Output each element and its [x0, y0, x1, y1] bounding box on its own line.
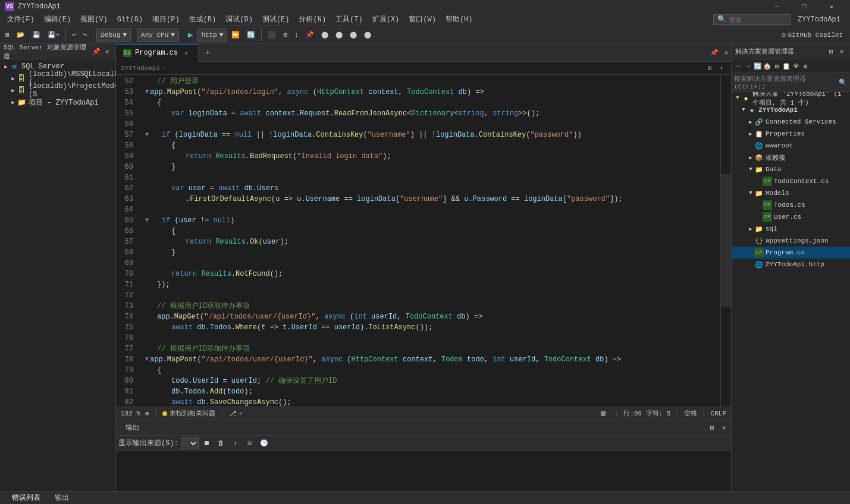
minimize-button[interactable]: —	[763, 0, 791, 13]
solution-toolbar: ← → 🔄 🏠 ⊞ 📋 👁 ⚙	[732, 59, 850, 73]
sep1	[65, 29, 66, 41]
menu-window[interactable]: 窗口(W)	[404, 13, 441, 26]
output-btn4[interactable]: ⊡	[244, 437, 256, 449]
code-content[interactable]: // 用户登录 ▼ app.MapPost("/api/todos/login"…	[143, 75, 720, 407]
right-panel-close[interactable]: ✕	[837, 47, 846, 56]
sol-item-solution[interactable]: ▼ ◆ 解决方案 'ZYYTodoApi' (1 个项目, 共 1 个)	[732, 92, 850, 104]
sol-arrow-data: ▼	[747, 166, 754, 173]
menu-extensions[interactable]: 扩展(X)	[368, 13, 404, 26]
sol-settings[interactable]: ⚙	[801, 61, 810, 71]
scrollbar-area[interactable]	[720, 75, 731, 407]
fold-65[interactable]: ▼	[145, 215, 149, 226]
github-copilot-button[interactable]: ◎ GitHub Copilot	[777, 31, 848, 39]
toolbar-refresh[interactable]: 🔄	[244, 27, 258, 43]
sol-all-files[interactable]: 📋	[782, 61, 791, 71]
menu-file[interactable]: 文件(F)	[2, 13, 39, 26]
output-btn5[interactable]: 🕐	[258, 437, 270, 449]
run-target-dropdown[interactable]: http ▼	[197, 29, 227, 42]
toolbar-breakpoints[interactable]: ⬛	[265, 27, 279, 43]
sol-home[interactable]: 🏠	[763, 61, 772, 71]
breadcrumb-project[interactable]: ZYYTodoApi	[121, 65, 160, 72]
breadcrumb-split-button[interactable]: ⊞	[705, 64, 714, 73]
sol-preview[interactable]: 👁	[791, 61, 801, 71]
toolbar-misc1[interactable]: ⊞	[280, 27, 290, 43]
search-icon: 🔍	[717, 15, 726, 24]
menu-edit[interactable]: 编辑(E)	[39, 13, 76, 26]
platform-dropdown[interactable]: Any CPU ▼	[137, 29, 179, 42]
sol-item-appsettings[interactable]: {} appsettings.json	[732, 235, 850, 247]
toolbar-misc2[interactable]: ↕	[291, 27, 302, 43]
maximize-button[interactable]: □	[791, 0, 818, 13]
run-button[interactable]: ▶	[185, 27, 196, 43]
menu-git[interactable]: Git(G)	[112, 13, 148, 26]
toolbar-misc4[interactable]: ⬤	[318, 27, 331, 43]
search-box[interactable]: 🔍	[713, 14, 791, 25]
panel-pin-button[interactable]: 📌	[92, 47, 101, 56]
menu-tools[interactable]: 工具(T)	[331, 13, 368, 26]
toolbar-new[interactable]: ⊞	[2, 27, 12, 43]
menu-test[interactable]: 测试(E)	[258, 13, 294, 26]
sol-item-dependencies[interactable]: ▶ 📦 依赖项	[732, 152, 850, 163]
search-input[interactable]	[729, 16, 786, 23]
sol-filter[interactable]: ⊞	[772, 61, 782, 71]
toolbar-step-over[interactable]: ⏩	[228, 27, 243, 43]
close-button[interactable]: ✕	[818, 0, 845, 13]
toolbar-misc7[interactable]: ⬤	[361, 27, 374, 43]
sol-forward[interactable]: →	[744, 61, 753, 71]
sol-item-todos-cs[interactable]: c# Todos.cs	[732, 199, 850, 211]
editor-close-button[interactable]: ✕	[722, 48, 731, 58]
scrollbar-h[interactable]	[601, 411, 606, 416]
toolbar-undo[interactable]: ↩	[69, 27, 79, 43]
menu-project[interactable]: 项目(P)	[148, 13, 184, 26]
toolbar-misc6[interactable]: ⬤	[347, 27, 360, 43]
toolbar-redo[interactable]: ↪	[80, 27, 90, 43]
fold-57[interactable]: ▼	[145, 130, 149, 140]
tab-output[interactable]: 输出	[48, 490, 76, 505]
output-btn1[interactable]: ⏹	[201, 437, 213, 449]
menu-build[interactable]: 生成(B)	[184, 13, 221, 26]
sol-refresh[interactable]: 🔄	[753, 61, 763, 71]
bottom-panel-close[interactable]: ✕	[719, 423, 729, 433]
fold-53[interactable]: ▼	[145, 87, 149, 97]
editor-pin-button[interactable]: 📌	[710, 48, 719, 58]
panel-close-button[interactable]: ✕	[102, 47, 112, 56]
sol-item-http-file[interactable]: 🌐 ZYYTodoApi.http	[732, 259, 850, 270]
new-tab-button[interactable]: +	[199, 44, 217, 62]
toolbar-misc3[interactable]: 📌	[303, 27, 317, 43]
output-source-select[interactable]	[181, 437, 199, 449]
sol-item-models-folder[interactable]: ▼ 📁 Models	[732, 187, 850, 199]
tree-item-localdb2[interactable]: ▶ 🗄 (localdb)\ProjectModels (S	[0, 84, 115, 96]
toolbar-misc5[interactable]: ⬤	[333, 27, 346, 43]
menu-analyze[interactable]: 分析(N)	[294, 13, 331, 26]
sol-item-properties[interactable]: ▶ 📋 Properties	[732, 128, 850, 140]
line-num-73: 73	[116, 301, 138, 311]
tab-error-list[interactable]: 错误列表	[5, 490, 48, 505]
fold-78[interactable]: ▼	[145, 354, 149, 365]
tab-close-button[interactable]: ✕	[181, 48, 191, 58]
breadcrumb-add-button[interactable]: +	[717, 64, 726, 73]
toolbar-save-all[interactable]: 💾+	[45, 27, 63, 43]
output-btn2[interactable]: 🗑	[215, 437, 227, 449]
sol-item-wwwroot[interactable]: 🌐 wwwroot	[732, 140, 850, 152]
sol-item-connected-services[interactable]: ▶ 🔗 Connected Services	[732, 116, 850, 128]
search-solution-btn[interactable]: 🔍	[838, 78, 848, 87]
toolbar-save[interactable]: 💾	[29, 27, 43, 43]
menu-debug[interactable]: 调试(D)	[221, 13, 258, 26]
bottom-tab-output[interactable]: 输出	[118, 420, 147, 436]
code-line-56	[143, 119, 720, 130]
sol-item-user-cs[interactable]: c# User.cs	[732, 211, 850, 223]
output-btn3[interactable]: ↕	[230, 437, 241, 449]
menu-view[interactable]: 视图(V)	[76, 13, 112, 26]
tab-program-cs[interactable]: C# Program.cs ✕	[116, 44, 199, 62]
sol-item-todocontext[interactable]: c# TodoContext.cs	[732, 175, 850, 187]
sol-back[interactable]: ←	[734, 61, 744, 71]
sol-item-sql-folder[interactable]: ▶ 📁 sql	[732, 223, 850, 235]
sol-item-program-cs[interactable]: c# Program.cs	[732, 247, 850, 259]
toolbar-open[interactable]: 📂	[14, 27, 28, 43]
sol-item-data-folder[interactable]: ▼ 📁 Data	[732, 163, 850, 175]
right-panel-float[interactable]: ⊡	[826, 47, 836, 56]
menu-help[interactable]: 帮助(H)	[441, 13, 478, 26]
bottom-panel-float[interactable]: ⊡	[707, 423, 717, 433]
debug-mode-dropdown[interactable]: Debug ▼	[96, 29, 131, 42]
tree-item-project[interactable]: ▶ 📁 项目 - ZYYTodoApi	[0, 96, 115, 108]
